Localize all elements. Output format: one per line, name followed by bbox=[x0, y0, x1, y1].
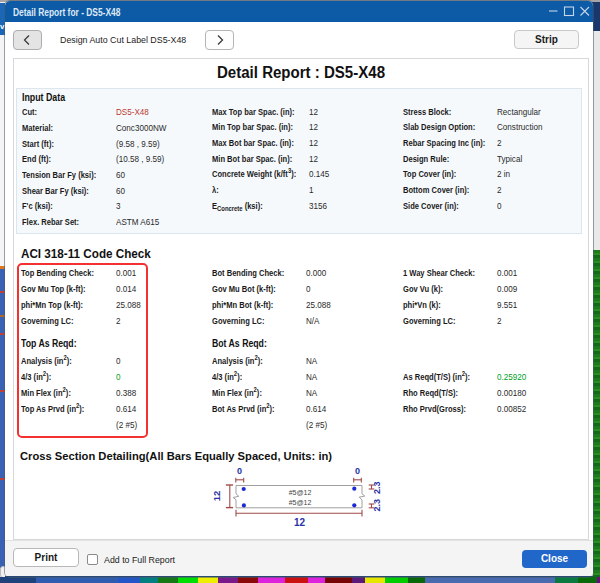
svg-text:2.3: 2.3 bbox=[372, 499, 382, 512]
svg-text:12: 12 bbox=[211, 491, 222, 502]
svg-text:#5@12: #5@12 bbox=[289, 499, 312, 506]
svg-text:#5@12: #5@12 bbox=[289, 489, 312, 496]
svg-text:12: 12 bbox=[294, 517, 306, 528]
svg-text:0: 0 bbox=[355, 466, 360, 476]
svg-text:2.3: 2.3 bbox=[372, 481, 382, 494]
svg-text:0: 0 bbox=[237, 466, 242, 476]
